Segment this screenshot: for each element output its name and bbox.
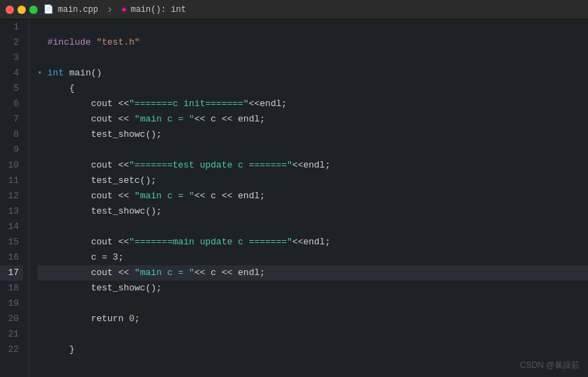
line-number-18: 18 xyxy=(0,281,23,296)
token: test_showc(); xyxy=(47,204,162,219)
watermark: CSDN @暴躁茹 xyxy=(520,360,580,371)
token: "main c = " xyxy=(135,112,195,127)
code-line-4: ▾ int main() xyxy=(38,66,588,81)
token: 0 xyxy=(129,311,135,327)
token: #include xyxy=(47,35,96,50)
token: test_showc(); xyxy=(47,127,162,142)
code-line-15: cout <<"=======main update c ======="<<e… xyxy=(38,235,588,250)
line-number-21: 21 xyxy=(0,327,23,342)
filename: main.cpp xyxy=(58,5,98,15)
code-line-11: test_setc(); xyxy=(38,173,588,188)
token: test_setc(); xyxy=(47,173,156,188)
token: int xyxy=(47,66,69,81)
line-number-5: 5 xyxy=(0,81,23,96)
code-line-12: cout << "main c = "<< c << endl; xyxy=(38,188,588,204)
code-line-10: cout <<"=======test update c ======="<<e… xyxy=(38,158,588,173)
token: } xyxy=(47,342,75,357)
code-line-19 xyxy=(38,296,588,311)
line-number-15: 15 xyxy=(0,235,23,250)
line-number-6: 6 xyxy=(0,96,23,112)
token: <<endl; xyxy=(249,96,287,112)
token: cout << xyxy=(47,188,135,204)
code-line-16: c = 3; xyxy=(38,250,588,265)
token: "test.h" xyxy=(96,35,140,50)
code-panel[interactable]: #include "test.h"▾ int main() { cout <<"… xyxy=(29,20,588,377)
code-line-21 xyxy=(38,327,588,342)
editor: 12345678910111213141516171819202122 #inc… xyxy=(0,20,588,377)
func-icon: ◆ xyxy=(121,4,126,15)
token: "=======c init=======" xyxy=(129,96,249,112)
dot-green[interactable] xyxy=(29,6,38,14)
line-number-13: 13 xyxy=(0,204,23,219)
file-icon: 📄 xyxy=(43,4,54,15)
token: <<endl; xyxy=(292,235,331,250)
line-number-19: 19 xyxy=(0,296,23,311)
line-number-9: 9 xyxy=(0,142,23,158)
line-number-14: 14 xyxy=(0,219,23,235)
code-line-22: } xyxy=(38,342,588,357)
collapse-arrow[interactable]: ▾ xyxy=(38,66,46,81)
line-number-8: 8 xyxy=(0,127,23,142)
token: << c << endl; xyxy=(195,265,265,281)
token: "=======main update c =======" xyxy=(129,235,292,250)
token: "=======test update c =======" xyxy=(129,158,292,173)
token: "main c = " xyxy=(135,188,195,204)
code-line-13: test_showc(); xyxy=(38,204,588,219)
code-line-9 xyxy=(38,142,588,158)
line-number-1: 1 xyxy=(0,20,23,35)
line-number-17: 17 xyxy=(0,265,23,281)
code-line-2: #include "test.h" xyxy=(38,35,588,50)
line-numbers-panel: 12345678910111213141516171819202122 xyxy=(0,20,29,377)
code-line-20: return 0; xyxy=(38,311,588,327)
window-controls xyxy=(6,6,38,14)
line-number-2: 2 xyxy=(0,35,23,50)
line-number-7: 7 xyxy=(0,112,23,127)
line-number-11: 11 xyxy=(0,173,23,188)
token: cout << xyxy=(47,265,135,281)
code-line-14 xyxy=(38,219,588,235)
breadcrumb-func: ◆ main(): int xyxy=(121,4,186,15)
code-line-7: cout << "main c = "<< c << endl; xyxy=(38,112,588,127)
token: "main c = " xyxy=(135,265,195,281)
dot-red[interactable] xyxy=(6,6,14,14)
token: ; xyxy=(135,311,140,327)
line-number-4: 4 xyxy=(0,66,23,81)
code-line-18: test_showc(); xyxy=(38,281,588,296)
token: << c << endl; xyxy=(195,188,265,204)
line-number-10: 10 xyxy=(0,158,23,173)
line-number-20: 20 xyxy=(0,311,23,327)
token: main() xyxy=(69,66,102,81)
line-number-16: 16 xyxy=(0,250,23,265)
code-line-17: cout << "main c = "<< c << endl; xyxy=(38,265,588,281)
dot-yellow[interactable] xyxy=(17,6,26,14)
code-line-1 xyxy=(38,20,588,35)
token: <<endl; xyxy=(292,158,331,173)
token: test_showc(); xyxy=(47,281,162,296)
token: { xyxy=(47,81,75,96)
file-tab[interactable]: 📄 main.cpp xyxy=(43,4,98,15)
token: cout << xyxy=(47,96,129,112)
line-number-3: 3 xyxy=(0,50,23,66)
token: << c << endl; xyxy=(195,112,265,127)
code-line-5: { xyxy=(38,81,588,96)
token: return xyxy=(47,311,129,327)
line-number-22: 22 xyxy=(0,342,23,357)
token: cout << xyxy=(47,112,135,127)
token: cout << xyxy=(47,235,129,250)
code-line-6: cout <<"=======c init======="<<endl; xyxy=(38,96,588,112)
line-number-12: 12 xyxy=(0,188,23,204)
code-line-8: test_showc(); xyxy=(38,127,588,142)
breadcrumb-label: main(): int xyxy=(130,5,186,15)
token: c = 3; xyxy=(47,250,123,265)
code-line-3 xyxy=(38,50,588,66)
breadcrumb-arrow: › xyxy=(107,3,114,16)
titlebar: 📄 main.cpp › ◆ main(): int xyxy=(0,0,588,20)
token: cout << xyxy=(47,158,129,173)
